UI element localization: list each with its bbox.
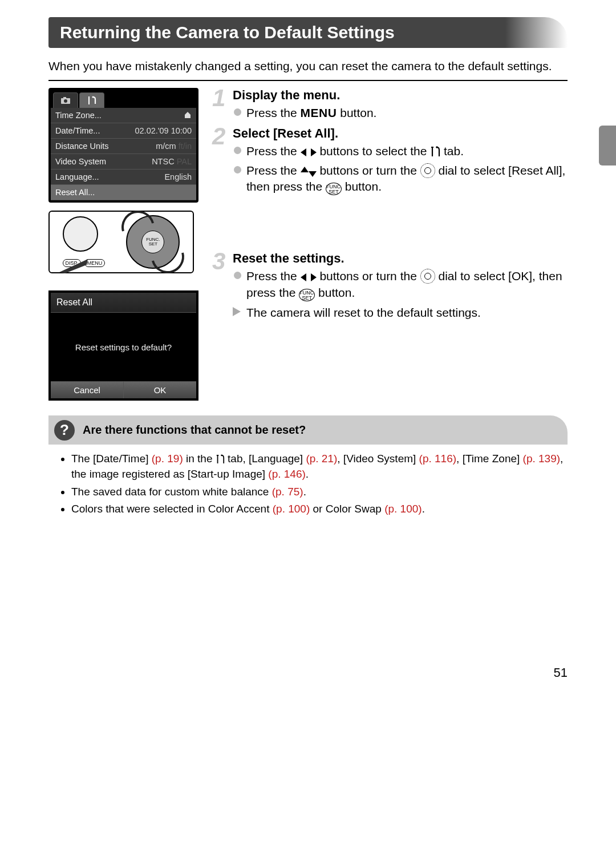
svg-point-2 — [64, 99, 67, 103]
menu-value: 02.02.'09 10:00 — [135, 126, 192, 135]
dial-icon — [420, 269, 435, 284]
menu-label: Language... — [55, 172, 99, 181]
page-ref: (p. 21) — [306, 453, 337, 465]
result-arrow-icon — [233, 307, 241, 316]
left-right-icon — [301, 147, 317, 158]
notes-list: The [Date/Time] (p. 19) in the tab, [Lan… — [48, 451, 568, 516]
svg-point-3 — [92, 96, 94, 98]
page-ref: (p. 146) — [268, 468, 305, 480]
faq-bar: ? Are there functions that cannot be res… — [48, 415, 568, 445]
menu-value: English — [164, 172, 192, 181]
menu-label: Date/Time... — [55, 126, 100, 135]
bullet-icon — [234, 272, 241, 279]
page-number: 51 — [48, 665, 568, 680]
camera-menu-screen: Time Zone... Date/Time... 02.02.'09 10:0… — [48, 88, 198, 203]
menu-label: Video System — [55, 157, 106, 166]
page-ref: (p. 19) — [152, 453, 183, 465]
step-number: 3 — [212, 248, 225, 275]
menu-row-resetall: Reset All... — [51, 185, 196, 200]
menu-row-video: Video System NTSC PAL — [51, 154, 196, 169]
mode-dial — [63, 216, 98, 252]
menu-label: Time Zone... — [55, 111, 102, 120]
svg-point-7 — [436, 146, 438, 148]
page-ref: (p. 75) — [272, 486, 303, 498]
svg-point-12 — [221, 455, 222, 457]
page-ref: (p. 100) — [273, 503, 310, 515]
svg-marker-5 — [301, 148, 306, 156]
menu-label: Reset All... — [55, 188, 95, 197]
menu-row-timezone: Time Zone... — [51, 108, 196, 123]
menu-label: Distance Units — [55, 142, 108, 151]
dial-icon — [420, 163, 435, 178]
step-title: Reset the settings. — [233, 251, 568, 266]
bullet-icon — [234, 147, 241, 154]
menu-row-datetime: Date/Time... 02.02.'09 10:00 — [51, 123, 196, 139]
note-item: Colors that were selected in Color Accen… — [71, 502, 568, 517]
svg-marker-4 — [59, 259, 88, 273]
left-right-icon — [301, 272, 317, 282]
step-title: Select [Reset All]. — [233, 126, 568, 141]
svg-rect-1 — [63, 97, 66, 99]
question-icon: ? — [54, 420, 75, 441]
func-set-icon: FUNC.SET — [299, 289, 315, 301]
svg-marker-11 — [311, 273, 317, 281]
bullet-icon — [234, 166, 241, 173]
step-1: 1 Display the menu. Press the MENU butto… — [217, 88, 568, 121]
menu-row-distance: Distance Units m/cm ft/in — [51, 139, 196, 154]
note-item: The saved data for custom white balance … — [71, 485, 568, 500]
menu-value: NTSC — [152, 157, 174, 166]
menu-value-dim: ft/in — [179, 142, 192, 151]
step-result: The camera will reset to the default set… — [233, 305, 568, 321]
step-text: Press the MENU button. — [233, 105, 568, 121]
tools-icon — [87, 96, 97, 105]
faq-title: Are there functions that cannot be reset… — [83, 423, 306, 436]
page-ref: (p. 116) — [419, 453, 456, 465]
page-ref: (p. 100) — [384, 503, 422, 515]
tab-camera — [53, 92, 78, 108]
divider — [48, 80, 568, 81]
menu-value: m/cm — [156, 142, 176, 151]
pointer-arrow-icon — [59, 256, 88, 273]
page-title: Returning the Camera to Default Settings — [48, 17, 568, 48]
up-down-icon — [301, 167, 317, 177]
controls-illustration: DISP. MENU FUNC. SET — [48, 211, 194, 273]
step-text: Press the buttons or turn the dial to se… — [233, 163, 568, 195]
bullet-icon — [234, 108, 241, 116]
section-tab — [599, 126, 616, 165]
cancel-button[interactable]: Cancel — [51, 381, 123, 398]
dialog-title: Reset All — [51, 293, 196, 313]
note-item: The [Date/Time] (p. 19) in the tab, [Lan… — [71, 451, 568, 482]
step-text: Press the buttons or turn the dial to se… — [233, 268, 568, 301]
menu-word: MENU — [301, 106, 337, 119]
tab-tools — [79, 92, 104, 108]
camera-icon — [60, 96, 71, 104]
svg-marker-8 — [301, 167, 309, 172]
menu-row-language: Language... English — [51, 169, 196, 185]
page-ref: (p. 139) — [523, 453, 560, 465]
dialog-message: Reset settings to default? — [51, 313, 196, 381]
step-title: Display the menu. — [233, 88, 568, 103]
menu-value-dim: PAL — [177, 157, 192, 166]
reset-dialog: Reset All Reset settings to default? Can… — [48, 290, 198, 401]
ok-button[interactable]: OK — [123, 381, 196, 398]
svg-marker-10 — [301, 273, 306, 281]
svg-marker-9 — [309, 171, 317, 177]
intro-text: When you have mistakenly changed a setti… — [48, 58, 568, 74]
tools-icon — [216, 454, 225, 465]
svg-marker-6 — [311, 148, 317, 156]
home-icon — [184, 111, 192, 119]
step-2: 2 Select [Reset All]. Press the buttons … — [217, 126, 568, 196]
step-text: Press the buttons to select the tab. — [233, 143, 568, 159]
step-number: 2 — [212, 123, 225, 150]
step-number: 1 — [212, 84, 225, 112]
func-set-icon: FUNC.SET — [326, 183, 342, 195]
step-3: 3 Reset the settings. Press the buttons … — [217, 251, 568, 321]
tools-icon — [430, 146, 440, 158]
